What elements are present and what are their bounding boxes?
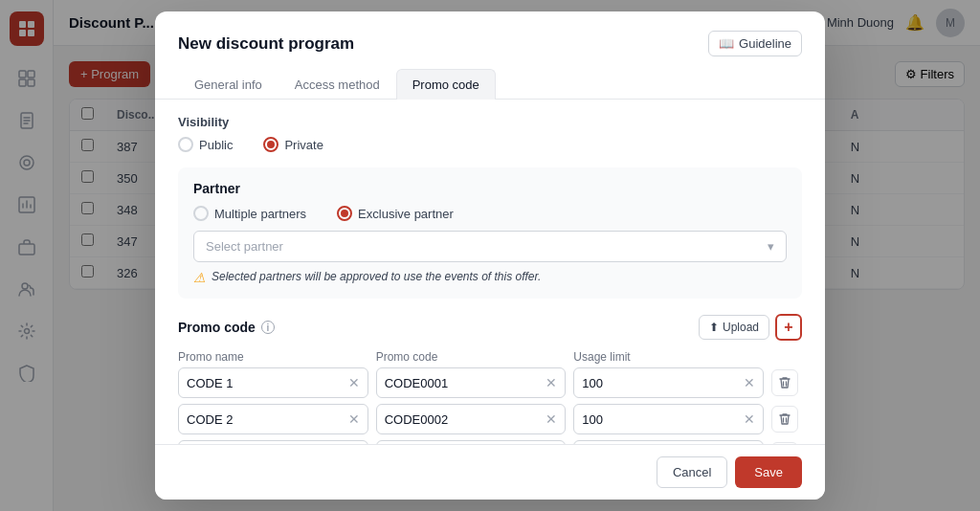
select-partner-dropdown[interactable]: Select partner ▾ (193, 231, 787, 262)
promo-code-input-1[interactable] (385, 376, 546, 390)
radio-public-label: Public (199, 138, 233, 152)
promo-limit-input-2[interactable] (582, 412, 744, 427)
clear-code-2-button[interactable]: ✕ (546, 412, 557, 426)
promo-code-col: Promo code (376, 350, 567, 364)
promo-code-input-2[interactable] (385, 412, 546, 427)
visibility-radio-group: Public Private (178, 137, 802, 152)
promo-name-input-1[interactable] (187, 376, 348, 390)
upload-button[interactable]: ⬆ Upload (699, 315, 769, 340)
promo-row-1: ✕ ✕ ✕ (178, 367, 802, 398)
warning-message: Selected partners will be approved to us… (212, 270, 541, 283)
radio-private-outer (263, 137, 278, 152)
clear-limit-1-button[interactable]: ✕ (744, 376, 755, 389)
select-partner-placeholder: Select partner (206, 239, 283, 254)
promo-code-input-1-wrap: ✕ (376, 367, 567, 398)
info-icon[interactable]: i (261, 321, 275, 334)
visibility-label: Visibility (178, 115, 802, 129)
save-button[interactable]: Save (735, 456, 802, 488)
radio-multiple-outer (193, 206, 209, 221)
radio-multiple-label: Multiple partners (214, 207, 306, 221)
warning-icon: ⚠ (193, 270, 206, 285)
clear-name-2-button[interactable]: ✕ (348, 412, 360, 426)
modal-tabs: General info Access method Promo code (155, 56, 825, 100)
modal-header: New discount program 📖 Guideline (155, 11, 825, 56)
promo-name-input-2[interactable] (187, 412, 348, 427)
visibility-section: Visibility Public Private (178, 115, 802, 152)
promo-name-input-1-wrap: ✕ (178, 367, 368, 398)
promo-limit-input-1-wrap: ✕ (573, 367, 764, 398)
radio-public-outer (178, 137, 193, 152)
radio-private-inner (267, 141, 275, 148)
radio-private-label: Private (284, 138, 323, 152)
promo-row-2: ✕ ✕ ✕ (178, 404, 802, 434)
modal-title: New discount program (178, 34, 354, 54)
delete-row-2-button[interactable] (771, 406, 798, 433)
partner-radio-group: Multiple partners Exclusive partner (193, 206, 787, 221)
upload-icon: ⬆ (709, 321, 719, 334)
partner-title: Partner (193, 181, 787, 196)
promo-table-header: Promo name Promo code Usage limit (178, 350, 802, 364)
radio-public[interactable]: Public (178, 137, 233, 152)
clear-code-1-button[interactable]: ✕ (546, 376, 557, 389)
radio-exclusive-outer (337, 206, 352, 221)
clear-name-1-button[interactable]: ✕ (348, 376, 360, 389)
delete-row-1-button[interactable] (771, 369, 798, 396)
chevron-down-icon: ▾ (768, 239, 774, 254)
promo-limit-col: Usage limit (573, 350, 764, 364)
radio-private[interactable]: Private (263, 137, 323, 152)
modal-body: Visibility Public Private (155, 100, 825, 444)
promo-name-input-2-wrap: ✕ (178, 404, 368, 434)
modal-footer: Cancel Save (155, 444, 825, 500)
promo-limit-input-2-wrap: ✕ (573, 404, 764, 434)
radio-exclusive-label: Exclusive partner (358, 207, 454, 221)
radio-exclusive-inner (341, 210, 348, 217)
modal-overlay: New discount program 📖 Guideline General… (0, 0, 980, 511)
tab-promo-code[interactable]: Promo code (396, 69, 496, 100)
promo-actions: ⬆ Upload + (699, 314, 802, 341)
book-icon: 📖 (719, 36, 734, 51)
radio-multiple-partners[interactable]: Multiple partners (193, 206, 306, 221)
promo-title: Promo code i (178, 320, 275, 335)
promo-header: Promo code i ⬆ Upload + (178, 314, 802, 341)
promo-code-section: Promo code i ⬆ Upload + Promo name Promo (178, 314, 802, 444)
tab-access-method[interactable]: Access method (278, 69, 396, 100)
tab-general-info[interactable]: General info (178, 69, 278, 100)
cancel-button[interactable]: Cancel (657, 456, 727, 488)
promo-code-input-2-wrap: ✕ (376, 404, 567, 434)
partner-section: Partner Multiple partners Exclusive part… (178, 167, 802, 299)
promo-limit-input-1[interactable] (582, 376, 744, 390)
guideline-button[interactable]: 📖 Guideline (708, 31, 802, 56)
promo-name-col: Promo name (178, 350, 368, 364)
clear-limit-2-button[interactable]: ✕ (744, 412, 755, 426)
radio-exclusive-partner[interactable]: Exclusive partner (337, 206, 454, 221)
add-promo-button[interactable]: + (775, 314, 802, 341)
modal: New discount program 📖 Guideline General… (155, 11, 825, 500)
partner-warning: ⚠ Selected partners will be approved to … (193, 270, 787, 285)
